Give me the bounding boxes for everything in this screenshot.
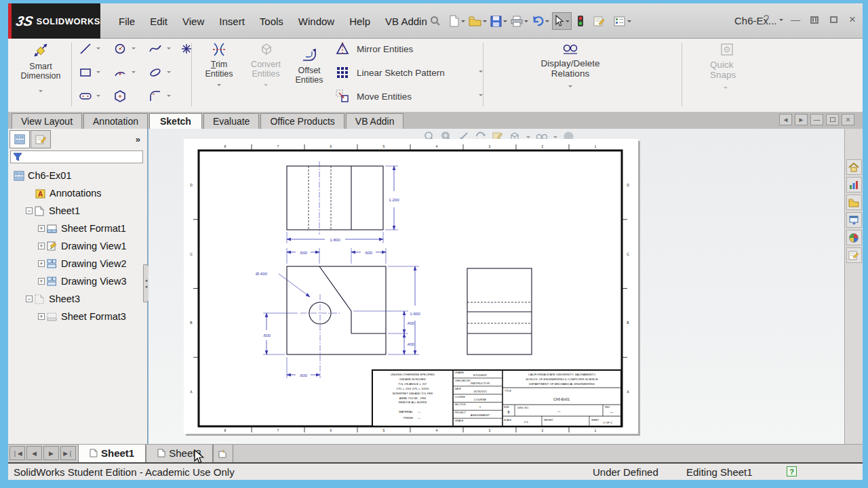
arc-tool-icon[interactable] (113, 66, 127, 79)
trim-entities-button[interactable]: TTrimrim Entities (198, 42, 240, 88)
dim-text-600-tr[interactable]: .600 (364, 250, 373, 255)
save-button[interactable] (490, 13, 509, 29)
tab-evaluate[interactable]: Evaluate (203, 113, 259, 130)
front-view-geometry[interactable] (287, 266, 386, 354)
rectangle-tool-icon[interactable] (79, 66, 92, 79)
status-help-icon[interactable]: ? (787, 466, 797, 476)
ellipse-flyout[interactable] (167, 71, 171, 75)
restore-button[interactable] (826, 13, 841, 26)
spline-tool-icon[interactable] (149, 42, 162, 56)
top-view-geometry[interactable] (287, 166, 383, 230)
home-button[interactable] (846, 159, 862, 175)
convert-entities-button[interactable]: Convert Entities (244, 42, 288, 88)
display-delete-relations-button[interactable]: Display/Delete Relations (524, 42, 617, 89)
expand-expander[interactable]: + (38, 225, 45, 232)
last-sheet-button[interactable]: ▶❘ (60, 446, 76, 460)
move-entities-button[interactable]: Move Entities (335, 89, 483, 104)
side-view-geometry[interactable] (467, 268, 532, 354)
sheet-tab-sheet1[interactable]: Sheet1 (78, 445, 146, 463)
menu-item-insert[interactable]: Insert (212, 12, 252, 31)
expand-expander[interactable]: + (38, 260, 45, 267)
hole-callout-text[interactable]: Ø.400 (256, 271, 267, 276)
add-sheet-tab[interactable] (213, 445, 233, 463)
display-delete-flyout[interactable] (568, 85, 572, 89)
line-tool-icon[interactable] (79, 42, 92, 56)
close-button[interactable]: × (845, 13, 860, 26)
dim-text-1200[interactable]: 1.200 (389, 197, 399, 202)
collapse-expander[interactable]: − (26, 296, 33, 302)
expand-expander[interactable]: + (38, 243, 45, 249)
tab-feature-manager-tree[interactable] (9, 130, 30, 148)
smart-dimension-flyout[interactable] (39, 90, 43, 94)
collapse-expander[interactable]: − (26, 207, 33, 214)
menu-item-help[interactable]: Help (342, 12, 378, 31)
dim-text-400-lower[interactable]: .400 (406, 342, 415, 346)
arc-flyout[interactable] (132, 71, 136, 75)
menu-item-edit[interactable]: Edit (142, 12, 175, 31)
tree-item-annotations[interactable]: AAnnotations (8, 184, 147, 202)
tab-property-manager[interactable] (31, 130, 51, 148)
menu-item-vb-addin[interactable]: VB Addin (378, 12, 435, 31)
doc-minimize-button[interactable]: — (810, 114, 823, 125)
doc-restore-button[interactable] (826, 114, 839, 125)
minimize-button[interactable]: — (788, 13, 803, 26)
print-button[interactable] (510, 13, 530, 29)
expand-expander[interactable]: + (38, 313, 45, 320)
move-entities-flyout[interactable] (479, 94, 483, 98)
circle-flyout[interactable] (132, 47, 136, 52)
dim-text-1600[interactable]: 1.600 (410, 311, 420, 316)
tree-item-sheet1[interactable]: −Sheet1 (8, 202, 147, 220)
undo-button[interactable] (531, 13, 551, 29)
file-explorer-button[interactable] (846, 212, 862, 228)
options-button[interactable] (613, 14, 633, 29)
tab-vb-addin[interactable]: VB Addin (346, 113, 404, 130)
tree-item-drawing-view1[interactable]: +Drawing View1 (8, 237, 147, 255)
design-library-button[interactable] (846, 195, 862, 210)
menu-item-window[interactable]: Window (291, 12, 342, 31)
circle-tool-icon[interactable] (113, 42, 127, 56)
panel-expand-chevron[interactable]: » (136, 134, 140, 144)
point-tool-icon[interactable] (180, 42, 193, 56)
offset-entities-button[interactable]: Offset Entities (289, 47, 330, 85)
line-flyout[interactable] (96, 47, 100, 52)
rectangle-flyout[interactable] (96, 71, 100, 75)
doc-prev-button[interactable]: ◄ (779, 114, 792, 125)
solidworks-resources-button[interactable] (846, 177, 862, 192)
select-tool-button[interactable] (552, 12, 572, 30)
linear-pattern-flyout[interactable] (479, 70, 483, 75)
help-caret[interactable] (779, 19, 783, 23)
slot-flyout[interactable] (96, 95, 100, 99)
doc-close-button[interactable]: × (842, 114, 854, 125)
search-sphere-button[interactable] (846, 230, 862, 245)
dim-text-600-tl[interactable]: .600 (299, 250, 308, 255)
new-document-button[interactable] (448, 13, 467, 29)
spline-flyout[interactable] (167, 47, 171, 52)
slot-tool-icon[interactable] (79, 89, 92, 103)
doc-next-button[interactable]: ► (795, 114, 808, 125)
expand-expander[interactable]: + (38, 278, 45, 285)
fillet-flyout[interactable] (167, 95, 171, 99)
dim-text-400-upper[interactable]: .400 (406, 321, 415, 325)
tree-item-ch6-ex01[interactable]: Ch6-Ex01 (8, 167, 147, 184)
ellipse-tool-icon[interactable] (149, 66, 162, 79)
pause-collaboration-button[interactable] (807, 13, 822, 26)
tree-item-sheet3[interactable]: −Sheet3 (8, 290, 147, 308)
tab-annotation[interactable]: Annotation (83, 113, 148, 130)
tab-office-products[interactable]: Office Products (260, 113, 344, 130)
tree-item-sheet-format3[interactable]: +Sheet Format3 (8, 308, 147, 325)
dim-text-600-bottom[interactable]: .600 (299, 373, 308, 378)
help-button[interactable]: ? (759, 13, 774, 26)
file-properties-button[interactable] (592, 13, 606, 29)
search-icon[interactable] (430, 16, 441, 29)
next-sheet-button[interactable]: ▶ (43, 446, 59, 460)
open-document-button[interactable] (468, 13, 488, 29)
tree-item-drawing-view3[interactable]: +Drawing View3 (8, 272, 147, 290)
menu-item-file[interactable]: File (111, 12, 142, 31)
polygon-tool-icon[interactable] (113, 89, 127, 103)
graphics-area[interactable]: 8877665544332211DDCCBBAA 1.200 (149, 129, 844, 444)
linear-sketch-pattern-button[interactable]: Linear Sketch Pattern (335, 65, 483, 80)
menu-item-tools[interactable]: Tools (252, 12, 291, 31)
tree-item-sheet-format1[interactable]: +Sheet Format1 (8, 220, 147, 237)
menu-item-view[interactable]: View (175, 12, 212, 31)
previous-sheet-button[interactable]: ◀ (26, 446, 42, 460)
